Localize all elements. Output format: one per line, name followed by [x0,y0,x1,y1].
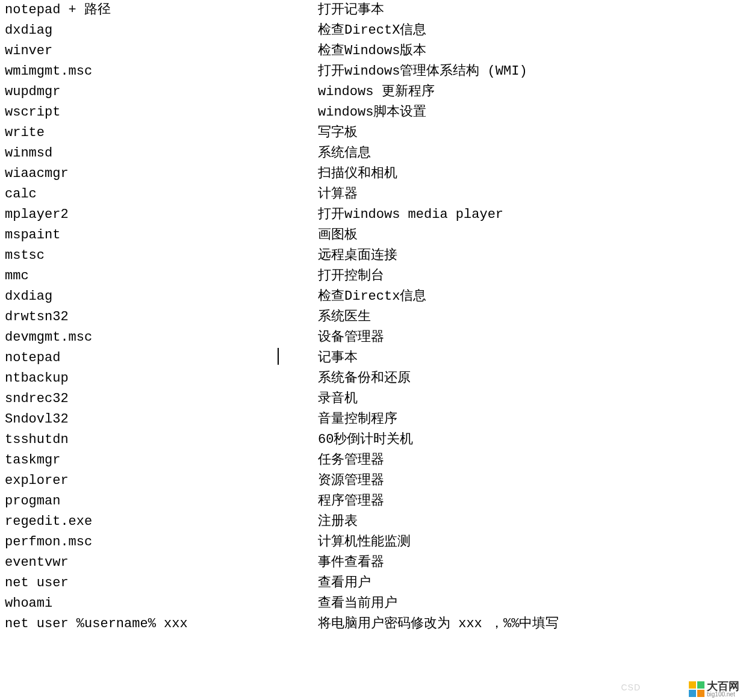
command-text: ntbackup [5,368,318,389]
command-text: whoami [5,593,318,614]
command-description: 查看用户 [318,573,738,593]
command-description: windows 更新程序 [318,82,738,102]
command-text: wupdmgr [5,82,318,102]
command-description: 检查Windows版本 [318,41,738,61]
command-text: sndrec32 [5,389,318,409]
command-row: notepad + 路径打开记事本 [5,0,738,20]
command-description: 检查DirectX信息 [318,20,738,41]
command-text: drwtsn32 [5,307,318,327]
command-row: explorer资源管理器 [5,471,738,491]
command-description: 记事本 [318,348,738,368]
command-description: 画图板 [318,225,738,246]
command-text: devmgmt.msc [5,327,318,348]
command-description: 注册表 [318,512,738,532]
command-row: dxdiag检查Directx信息 [5,287,738,307]
command-row: write写字板 [5,123,738,143]
csd-watermark: CSD [621,677,641,698]
command-row: tsshutdn60秒倒计时关机 [5,430,738,450]
command-text: notepad + 路径 [5,0,318,20]
command-text: tsshutdn [5,430,318,450]
command-description: 设备管理器 [318,327,738,348]
command-row: calc计算器 [5,184,738,205]
command-row: mplayer2打开windows media player [5,205,738,225]
command-row: wmimgmt.msc打开windows管理体系结构 (WMI) [5,61,738,82]
command-text: mstsc [5,246,318,266]
command-text: dxdiag [5,287,318,307]
command-row: progman程序管理器 [5,491,738,512]
command-text: write [5,123,318,143]
command-text: wscript [5,102,318,123]
command-description: 事件查看器 [318,553,738,573]
command-text: progman [5,491,318,512]
command-description: 打开控制台 [318,266,738,287]
command-text: wiaacmgr [5,164,318,184]
command-row: perfmon.msc计算机性能监测 [5,532,738,553]
command-row: winmsd系统信息 [5,143,738,164]
command-row: wscriptwindows脚本设置 [5,102,738,123]
command-text: notepad [5,348,318,368]
command-description: 写字板 [318,123,738,143]
command-description: 系统医生 [318,307,738,327]
command-row: wiaacmgr扫描仪和相机 [5,164,738,184]
command-description: windows脚本设置 [318,102,738,123]
command-row: mstsc远程桌面连接 [5,246,738,266]
command-text: eventvwr [5,553,318,573]
command-row: net user %username% xxx将电脑用户密码修改为 xxx ，%… [5,614,738,634]
command-row: dxdiag检查DirectX信息 [5,20,738,41]
command-row: net user查看用户 [5,573,738,593]
command-row: mspaint画图板 [5,225,738,246]
command-description: 扫描仪和相机 [318,164,738,184]
command-row: winver检查Windows版本 [5,41,738,61]
command-list: notepad + 路径打开记事本dxdiag检查DirectX信息winver… [5,0,738,634]
command-text: calc [5,184,318,205]
command-text: net user %username% xxx [5,614,318,634]
command-description: 检查Directx信息 [318,287,738,307]
command-description: 计算器 [318,184,738,205]
command-description: 资源管理器 [318,471,738,491]
command-text: explorer [5,471,318,491]
command-description: 查看当前用户 [318,593,738,614]
logo-text: 大百网 [707,681,739,692]
command-row: taskmgr任务管理器 [5,450,738,471]
command-row: Sndovl32音量控制程序 [5,409,738,430]
command-description: 计算机性能监测 [318,532,738,553]
command-row: notepad记事本 [5,348,738,368]
command-row: devmgmt.msc设备管理器 [5,327,738,348]
command-row: drwtsn32系统医生 [5,307,738,327]
command-description: 任务管理器 [318,450,738,471]
command-description: 系统信息 [318,143,738,164]
logo-icon [689,681,704,697]
command-row: mmc打开控制台 [5,266,738,287]
command-description: 60秒倒计时关机 [318,430,738,450]
text-cursor [278,348,279,365]
command-text: dxdiag [5,20,318,41]
command-text: mspaint [5,225,318,246]
command-text: winmsd [5,143,318,164]
command-text: mplayer2 [5,205,318,225]
command-description: 录音机 [318,389,738,409]
command-description: 打开windows media player [318,205,738,225]
command-row: wupdmgrwindows 更新程序 [5,82,738,102]
command-text: perfmon.msc [5,532,318,553]
command-description: 系统备份和还原 [318,368,738,389]
site-watermark: 大百网 big100.net [689,681,739,698]
command-row: eventvwr事件查看器 [5,553,738,573]
command-text: regedit.exe [5,512,318,532]
command-text: net user [5,573,318,593]
command-row: sndrec32录音机 [5,389,738,409]
command-row: ntbackup系统备份和还原 [5,368,738,389]
command-text: mmc [5,266,318,287]
command-description: 音量控制程序 [318,409,738,430]
command-description: 远程桌面连接 [318,246,738,266]
command-description: 打开windows管理体系结构 (WMI) [318,61,738,82]
command-row: whoami查看当前用户 [5,593,738,614]
command-text: Sndovl32 [5,409,318,430]
command-description: 将电脑用户密码修改为 xxx ，%%中填写 [318,614,738,634]
command-description: 程序管理器 [318,491,738,512]
command-description: 打开记事本 [318,0,738,20]
logo-subtext: big100.net [707,692,739,698]
command-row: regedit.exe注册表 [5,512,738,532]
command-text: wmimgmt.msc [5,61,318,82]
command-text: winver [5,41,318,61]
command-text: taskmgr [5,450,318,471]
